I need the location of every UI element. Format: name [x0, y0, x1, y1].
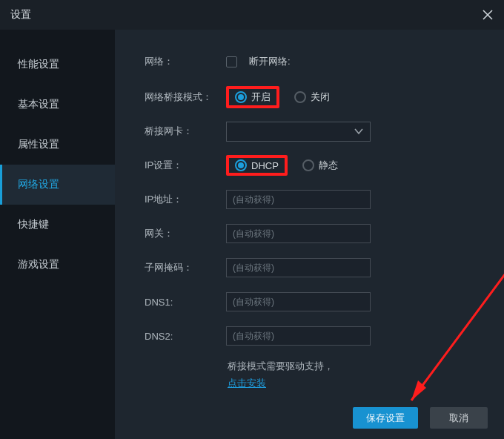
dns2-label: DNS2:	[145, 331, 226, 342]
footer: 保存设置 取消	[353, 407, 488, 429]
sidebar-item-label: 基本设置	[18, 98, 59, 111]
sidebar-item-label: 属性设置	[18, 138, 59, 151]
ip-dhcp-text: DHCP	[251, 160, 279, 171]
cancel-button[interactable]: 取消	[430, 407, 488, 429]
network-label: 网络：	[145, 55, 226, 68]
sidebar-item-label: 快捷键	[18, 218, 49, 231]
input-placeholder: (自动获得)	[233, 228, 274, 240]
sidebar-item-label: 网络设置	[18, 178, 59, 191]
save-button-label: 保存设置	[366, 412, 405, 425]
install-driver-link[interactable]: 点击安装	[228, 377, 266, 390]
sidebar-item-label: 游戏设置	[18, 258, 59, 271]
nic-select[interactable]	[226, 122, 371, 142]
input-placeholder: (自动获得)	[233, 330, 274, 343]
save-button[interactable]: 保存设置	[353, 407, 418, 429]
dns2-input[interactable]: (自动获得)	[226, 326, 371, 346]
close-button[interactable]	[479, 6, 497, 24]
radio-icon	[294, 91, 306, 103]
checkbox-icon	[226, 56, 237, 67]
close-icon	[483, 10, 493, 20]
sidebar: 性能设置 基本设置 属性设置 网络设置 快捷键 游戏设置	[0, 30, 115, 439]
bridge-off-radio[interactable]: 关闭	[294, 90, 330, 104]
input-placeholder: (自动获得)	[233, 296, 274, 308]
cancel-button-label: 取消	[449, 412, 468, 425]
subnet-label: 子网掩码：	[145, 261, 226, 274]
bridge-on-text: 开启	[251, 90, 271, 104]
titlebar: 设置	[0, 0, 504, 30]
gateway-label: 网关：	[145, 227, 226, 240]
sidebar-item-performance[interactable]: 性能设置	[0, 44, 115, 85]
bridge-off-text: 关闭	[311, 90, 330, 104]
highlight-dhcp: DHCP	[226, 155, 288, 176]
sidebar-item-label: 性能设置	[18, 58, 59, 71]
bridge-on-radio[interactable]: 开启	[235, 90, 271, 104]
ip-static-radio[interactable]: 静态	[302, 159, 338, 172]
ip-static-text: 静态	[319, 159, 338, 172]
dns1-input[interactable]: (自动获得)	[226, 292, 371, 311]
highlight-bridge-on: 开启	[226, 86, 279, 108]
content-area: 网络： 断开网络: 网络桥接模式： 开启	[115, 30, 504, 439]
input-placeholder: (自动获得)	[233, 194, 274, 206]
bridge-note-text: 桥接模式需要驱动支持，	[228, 359, 334, 374]
gateway-input[interactable]: (自动获得)	[226, 224, 371, 243]
ip-setting-label: IP设置：	[145, 159, 226, 172]
disconnect-label: 断开网络:	[249, 55, 291, 68]
bridge-mode-label: 网络桥接模式：	[145, 90, 226, 104]
sidebar-item-basic[interactable]: 基本设置	[0, 85, 115, 125]
input-placeholder: (自动获得)	[233, 262, 274, 274]
radio-icon	[235, 91, 247, 103]
sidebar-item-shortcut[interactable]: 快捷键	[0, 205, 115, 245]
sidebar-item-property[interactable]: 属性设置	[0, 125, 115, 165]
ip-addr-label: IP地址：	[145, 193, 226, 206]
ip-dhcp-radio[interactable]: DHCP	[235, 159, 279, 171]
disconnect-checkbox[interactable]: 断开网络:	[226, 55, 291, 68]
radio-icon	[235, 159, 247, 171]
sidebar-item-game[interactable]: 游戏设置	[0, 245, 115, 285]
radio-icon	[302, 159, 314, 171]
sidebar-item-network[interactable]: 网络设置	[0, 165, 115, 205]
ip-addr-input[interactable]: (自动获得)	[226, 190, 371, 209]
window-title: 设置	[10, 8, 31, 22]
nic-label: 桥接网卡：	[145, 125, 226, 138]
dns1-label: DNS1:	[145, 297, 226, 308]
chevron-down-icon	[354, 126, 364, 136]
subnet-input[interactable]: (自动获得)	[226, 258, 371, 277]
